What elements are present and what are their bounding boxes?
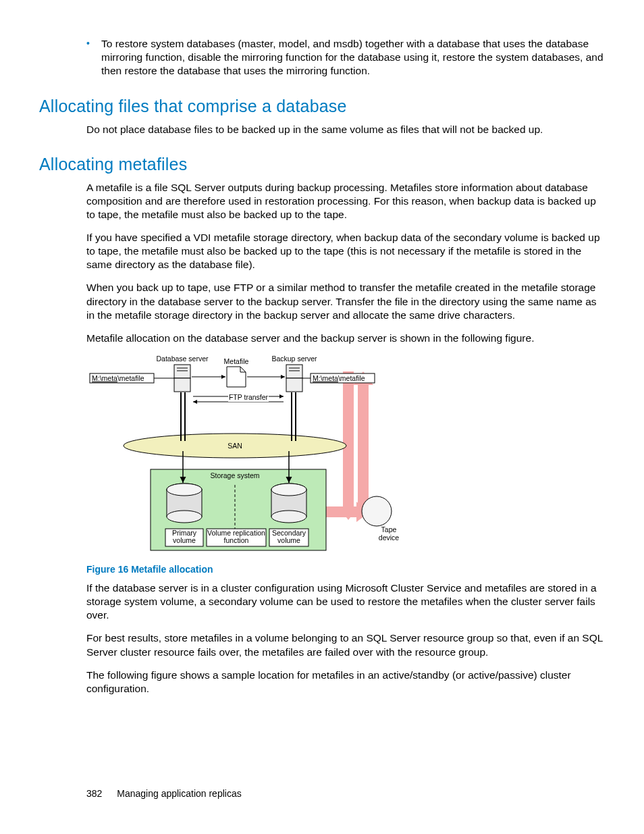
svg-point-16: [271, 511, 306, 523]
paragraph: Metafile allocation on the database serv…: [86, 332, 605, 345]
svg-rect-27: [286, 378, 302, 392]
paragraph: A metafile is a file SQL Server outputs …: [86, 181, 605, 221]
paragraph: When you back up to tape, use FTP or a s…: [86, 281, 605, 321]
page-footer: 382 Managing application replicas: [86, 788, 242, 799]
paragraph: Do not place database files to be backed…: [86, 123, 605, 136]
paragraph: If the database server is in a cluster c…: [86, 581, 605, 622]
heading-allocating-metafiles: Allocating metafiles: [39, 155, 605, 174]
svg-rect-23: [174, 378, 190, 392]
database-server-icon: [174, 365, 190, 392]
list-item: • To restore system databases (master, m…: [86, 37, 605, 78]
paragraph: For best results, store metafiles in a v…: [86, 631, 605, 658]
svg-rect-4: [343, 371, 354, 506]
svg-rect-26: [286, 365, 302, 378]
bullet-icon: •: [86, 37, 101, 78]
pvol-label-2: volume: [173, 536, 196, 544]
metafile-label: Metafile: [224, 357, 249, 365]
svg-rect-22: [174, 365, 190, 378]
tape-label-2: device: [379, 533, 400, 542]
db-server-label: Database server: [156, 355, 209, 363]
svol-label-2: volume: [277, 536, 300, 544]
ftp-label: FTP transfer: [229, 393, 269, 401]
primary-volume: [167, 484, 202, 523]
svg-rect-2: [358, 385, 369, 510]
diagram-svg: SAN Storage system Primary volume Volume…: [86, 355, 424, 557]
paragraph: If you have specified a VDI metafile sto…: [86, 231, 605, 271]
svg-point-12: [167, 511, 202, 523]
svg-point-13: [167, 484, 202, 496]
heading-allocating-files: Allocating files that comprise a databas…: [39, 97, 605, 116]
vrf-label-2: function: [224, 536, 249, 544]
figure-metafile-allocation: SAN Storage system Primary volume Volume…: [86, 355, 605, 557]
secondary-volume: [271, 484, 306, 523]
path-left-text: M:\meta\metafile: [92, 374, 144, 382]
tape-device-icon: [362, 496, 392, 526]
storage-label: Storage system: [211, 471, 260, 479]
path-right-text: M:\meta\metafile: [313, 374, 365, 382]
svg-point-17: [271, 484, 306, 496]
bullet-list: • To restore system databases (master, m…: [86, 37, 605, 78]
bk-server-label: Backup server: [271, 355, 317, 363]
metafile-icon: [227, 367, 246, 387]
backup-server-icon: [286, 365, 302, 392]
tape-label-1: Tape: [381, 525, 397, 533]
bullet-text: To restore system databases (master, mod…: [101, 37, 605, 78]
footer-title: Managing application replicas: [117, 788, 241, 799]
paragraph: The following figure shows a sample loca…: [86, 669, 605, 696]
san-label: SAN: [227, 442, 242, 450]
figure-caption: Figure 16 Metafile allocation: [86, 564, 605, 575]
page-number: 382: [86, 788, 102, 799]
